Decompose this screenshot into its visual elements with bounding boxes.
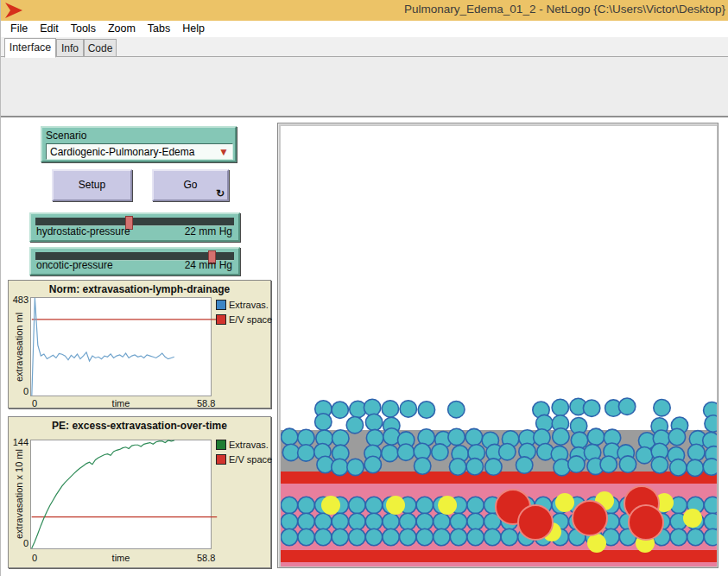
slider-value: 22 mm Hg bbox=[185, 225, 232, 237]
x-axis-label: time bbox=[30, 553, 212, 563]
go-button[interactable]: Go ↻ bbox=[152, 169, 229, 201]
legend-swatch-ev-space bbox=[216, 314, 226, 325]
world-canvas bbox=[281, 126, 717, 567]
interface-canvas: Scenario Cardiogenic-Pulmonary-Edema ▼ S… bbox=[1, 117, 728, 576]
title-bar: Pulmonary_Edema_01_2 - NetLogo {C:\Users… bbox=[1, 0, 728, 21]
tab-info[interactable]: Info bbox=[56, 39, 84, 57]
y-axis-label: extravasation ml bbox=[14, 297, 24, 396]
tab-interface[interactable]: Interface bbox=[4, 38, 56, 58]
dropdown-arrow-icon: ▼ bbox=[218, 146, 229, 158]
menu-tools[interactable]: Tools bbox=[65, 21, 102, 37]
setup-button[interactable]: Setup bbox=[52, 169, 132, 201]
slider-name: hydrostatic-pressure bbox=[36, 225, 130, 237]
plot-canvas bbox=[30, 440, 212, 549]
menu-tabs[interactable]: Tabs bbox=[142, 21, 176, 37]
netlogo-window: Pulmonary_Edema_01_2 - NetLogo {C:\Users… bbox=[0, 0, 728, 576]
legend-item: Extravas. bbox=[216, 440, 272, 450]
legend-label: E/V space bbox=[229, 454, 272, 465]
scenario-chooser: Scenario Cardiogenic-Pulmonary-Edema ▼ bbox=[41, 126, 237, 162]
window-title: Pulmonary_Edema_01_2 - NetLogo {C:\Users… bbox=[404, 3, 725, 16]
menu-edit[interactable]: Edit bbox=[34, 21, 65, 37]
legend-item: E/V space bbox=[216, 454, 272, 465]
menu-bar: File Edit Tools Zoom Tabs Help bbox=[1, 21, 728, 37]
plot-legend: Extravas. E/V space bbox=[216, 300, 272, 329]
legend-item: E/V space bbox=[216, 314, 272, 325]
plot-title: Norm: extravasation-lymph-drainage bbox=[9, 283, 270, 295]
slider-name: oncotic-pressure bbox=[36, 259, 113, 271]
menu-help[interactable]: Help bbox=[176, 21, 211, 37]
slider-value: 24 mm Hg bbox=[185, 259, 232, 271]
tab-bar: Interface Info Code bbox=[1, 37, 728, 57]
legend-label: Extravas. bbox=[229, 440, 269, 450]
chooser-label: Scenario bbox=[46, 130, 231, 142]
oncotic-pressure-slider: oncotic-pressure 24 mm Hg bbox=[29, 247, 240, 275]
go-label: Go bbox=[183, 179, 197, 191]
x-axis-max: 58.8 bbox=[197, 553, 215, 563]
tab-code[interactable]: Code bbox=[84, 39, 117, 57]
toolbar: Edit Delete + Add abc Button ▾ normal sp… bbox=[1, 57, 728, 117]
legend-item: Extravas. bbox=[216, 300, 272, 310]
forever-loop-icon: ↻ bbox=[216, 188, 225, 199]
legend-label: E/V space bbox=[229, 314, 272, 325]
netlogo-arrow-icon bbox=[4, 3, 23, 18]
plot-pe-excess-extravasation: PE: excess-extravasation-over-time 144 0… bbox=[8, 416, 271, 568]
menu-zoom[interactable]: Zoom bbox=[102, 21, 142, 37]
chooser-value: Cardiogenic-Pulmonary-Edema bbox=[50, 146, 218, 158]
x-axis-max: 58.8 bbox=[197, 398, 215, 408]
legend-label: Extravas. bbox=[229, 300, 269, 310]
plot-title: PE: excess-extravasation-over-time bbox=[9, 420, 270, 432]
chooser-dropdown[interactable]: Cardiogenic-Pulmonary-Edema ▼ bbox=[46, 143, 233, 160]
plot-norm-extravasation: Norm: extravasation-lymph-drainage 483 0… bbox=[8, 280, 271, 408]
world-view[interactable] bbox=[277, 123, 719, 568]
plot-canvas bbox=[30, 297, 212, 396]
y-axis-label: extravasation x 10 ml bbox=[14, 440, 24, 549]
legend-swatch-ev-space bbox=[216, 454, 226, 465]
x-axis-label: time bbox=[30, 398, 212, 408]
plot-legend: Extravas. E/V space bbox=[216, 440, 272, 469]
hydrostatic-pressure-slider: hydrostatic-pressure 22 mm Hg bbox=[29, 212, 240, 242]
legend-swatch-extravas bbox=[216, 300, 226, 310]
legend-swatch-extravas bbox=[216, 440, 226, 450]
menu-file[interactable]: File bbox=[4, 21, 34, 37]
